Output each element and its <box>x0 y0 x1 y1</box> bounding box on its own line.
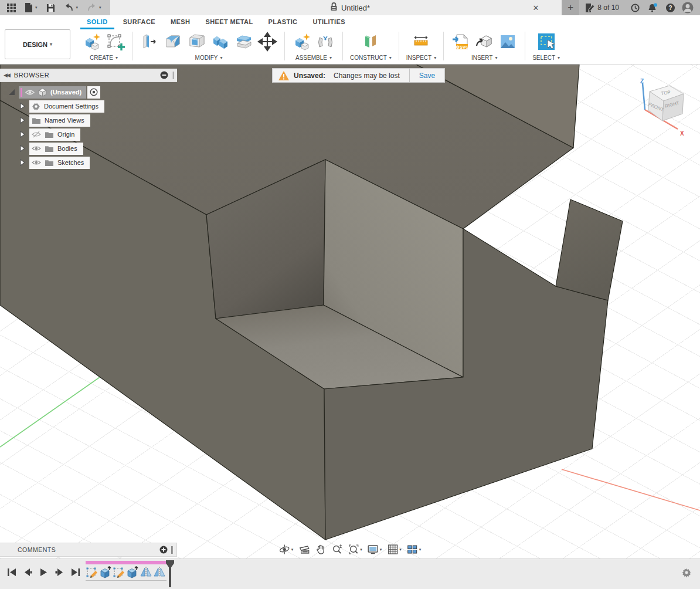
select-dropdown[interactable]: SELECT <box>532 55 560 61</box>
zoom-icon[interactable] <box>331 544 342 555</box>
save-button[interactable]: Save <box>409 69 444 82</box>
viewports-icon[interactable] <box>407 544 422 555</box>
browser-item-named-views[interactable]: Named Views <box>0 113 177 127</box>
close-tab-icon[interactable]: ✕ <box>528 0 544 15</box>
active-marker <box>21 88 22 97</box>
eye-hidden-icon[interactable] <box>32 131 41 138</box>
construct-dropdown[interactable]: CONSTRUCT <box>350 55 392 61</box>
history-clock-icon[interactable] <box>626 0 644 15</box>
comments-resize-grip[interactable] <box>171 546 173 554</box>
group-select: SELECT <box>526 28 566 64</box>
viewcube-z-label: Z <box>640 78 644 84</box>
collapsed-caret-icon[interactable] <box>19 145 26 152</box>
assemble-dropdown[interactable]: ASSEMBLE <box>295 55 332 61</box>
insert-svg-icon[interactable]: ⚙SVG <box>451 32 471 52</box>
timeline-feature-extrude[interactable] <box>99 566 112 578</box>
construction-plane-icon[interactable] <box>361 32 380 52</box>
browser-collapse-icon[interactable]: ◀◀ <box>4 72 9 78</box>
pan-icon[interactable] <box>315 544 326 555</box>
gear-icon <box>32 102 40 111</box>
browser-root-label[interactable]: (Unsaved) <box>19 86 86 99</box>
browser-item-sketches[interactable]: Sketches <box>0 155 177 170</box>
combine-icon[interactable] <box>210 32 230 52</box>
group-assemble: ASSEMBLE <box>286 28 341 64</box>
eye-icon[interactable] <box>32 145 41 152</box>
step-back-icon[interactable] <box>23 567 33 577</box>
inspect-dropdown[interactable]: INSPECT <box>406 55 436 61</box>
tab-plastic[interactable]: PLASTIC <box>261 18 305 28</box>
document-tab-counter[interactable]: 8 of 10 <box>579 4 626 12</box>
browser-minimize-icon[interactable] <box>160 71 168 79</box>
tab-surface[interactable]: SURFACE <box>115 18 163 28</box>
3d-viewport[interactable]: TOP FRONT RIGHT Z X ◀◀ BROWSER (Unsaved) <box>0 65 700 558</box>
skip-to-end-icon[interactable] <box>70 567 80 577</box>
play-icon[interactable] <box>39 567 49 577</box>
shell-icon[interactable] <box>187 32 207 52</box>
notifications-bell-icon[interactable] <box>644 0 661 15</box>
save-icon[interactable] <box>46 4 55 12</box>
measure-icon[interactable] <box>411 32 431 52</box>
tab-mesh[interactable]: MESH <box>163 18 198 28</box>
app-menu-icon[interactable] <box>7 4 16 12</box>
fit-icon[interactable] <box>348 544 362 555</box>
tab-sheet-metal[interactable]: SHEET METAL <box>198 18 260 28</box>
collapsed-caret-icon[interactable] <box>19 131 26 138</box>
timeline-feature-sketch[interactable] <box>86 566 98 578</box>
insert-dropdown[interactable]: INSERT <box>471 55 498 61</box>
browser-resize-grip[interactable] <box>172 72 174 79</box>
help-icon[interactable]: ? <box>661 0 679 15</box>
view-cube[interactable]: TOP FRONT RIGHT Z X <box>632 77 691 139</box>
move-icon[interactable] <box>257 32 277 52</box>
press-pull-icon[interactable] <box>140 32 160 52</box>
component-cube-icon <box>38 87 47 97</box>
eye-icon[interactable] <box>25 89 35 96</box>
collapsed-caret-icon[interactable] <box>19 159 26 166</box>
look-at-icon[interactable] <box>298 544 310 555</box>
timeline-features <box>86 561 166 581</box>
timeline-feature-mirror[interactable] <box>140 566 152 578</box>
create-dropdown[interactable]: CREATE <box>90 55 118 61</box>
tab-solid[interactable]: SOLID <box>79 18 115 28</box>
timeline-playhead[interactable] <box>166 560 174 587</box>
redo-icon[interactable] <box>87 4 101 12</box>
browser-item-bodies[interactable]: Bodies <box>0 141 177 155</box>
account-avatar[interactable] <box>679 0 696 15</box>
activate-component-radio[interactable] <box>87 86 100 99</box>
environment-switcher-design[interactable]: DESIGN <box>5 29 70 59</box>
file-menu-icon[interactable] <box>25 3 38 12</box>
collapsed-caret-icon[interactable] <box>19 103 26 110</box>
timeline-settings-gear-icon[interactable] <box>681 567 692 578</box>
canvas-icon[interactable] <box>498 32 518 52</box>
timeline-feature-mirror[interactable] <box>153 566 166 578</box>
timeline-feature-sketch[interactable] <box>113 566 125 578</box>
eye-icon[interactable] <box>32 159 41 166</box>
new-tab-icon[interactable]: + <box>562 0 579 15</box>
step-forward-icon[interactable] <box>55 567 64 577</box>
collapsed-caret-icon[interactable] <box>19 117 26 124</box>
add-comment-icon[interactable] <box>159 546 168 554</box>
browser-item-document-settings[interactable]: Document Settings <box>0 99 177 113</box>
new-component-icon[interactable] <box>82 32 102 52</box>
undo-icon[interactable] <box>64 4 79 12</box>
orbit-icon[interactable] <box>279 544 294 555</box>
skip-to-start-icon[interactable] <box>7 567 17 577</box>
root-document-name: (Unsaved) <box>50 89 81 96</box>
modify-dropdown[interactable]: MODIFY <box>195 55 223 61</box>
create-sketch-icon[interactable] <box>106 32 125 52</box>
offset-face-icon[interactable] <box>234 32 254 52</box>
display-settings-icon[interactable] <box>368 544 382 555</box>
assemble-new-component-icon[interactable] <box>292 32 312 52</box>
fillet-icon[interactable] <box>164 32 184 52</box>
joint-icon[interactable] <box>315 32 335 52</box>
svg-text:?: ? <box>668 5 672 11</box>
tab-utilities[interactable]: UTILITIES <box>305 18 353 28</box>
select-window-icon[interactable] <box>536 32 556 52</box>
folder-icon <box>45 145 54 152</box>
model-step-top-face[interactable] <box>556 199 623 300</box>
browser-root-row[interactable]: (Unsaved) <box>0 85 177 99</box>
insert-derive-icon[interactable] <box>474 32 494 52</box>
timeline-feature-extrude[interactable] <box>126 566 139 578</box>
expand-caret-icon[interactable] <box>8 89 15 96</box>
browser-item-origin[interactable]: Origin <box>0 127 177 141</box>
grid-settings-icon[interactable] <box>387 544 402 555</box>
